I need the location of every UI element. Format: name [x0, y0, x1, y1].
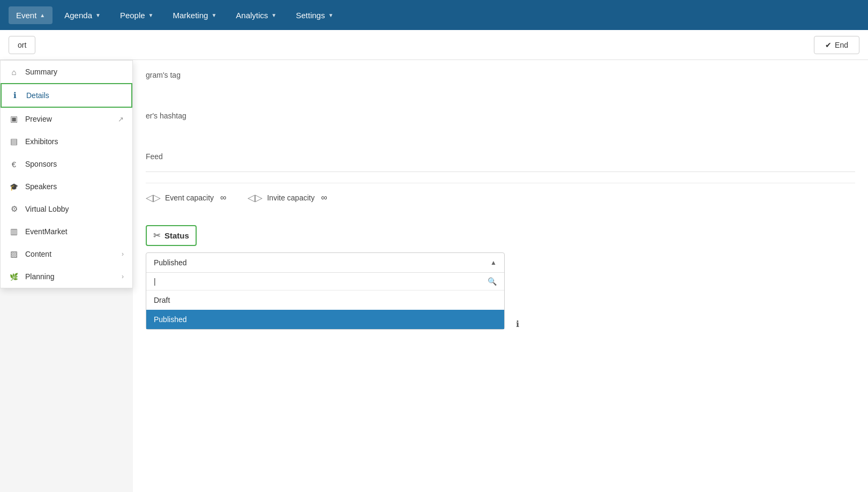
menu-item-eventmarket[interactable]: ▥ EventMarket	[1, 220, 132, 243]
event-capacity-icon: ◁▷	[146, 192, 161, 204]
end-checkmark-icon: ✔	[825, 41, 832, 49]
hashtag-row: er's hashtag	[146, 111, 855, 120]
status-header: ✂ Status	[146, 225, 197, 246]
menu-item-details[interactable]: ℹ Details	[1, 83, 132, 108]
main-area: ⌂ Summary ℹ Details ▣ Preview ↗ ▤ Exhibi…	[0, 60, 868, 492]
chevron-right-icon: ›	[122, 250, 124, 258]
status-option-draft[interactable]: Draft	[146, 290, 504, 310]
feed-row: Feed	[146, 152, 855, 161]
menu-item-planning[interactable]: 🌿 Planning ›	[1, 265, 132, 288]
nav-label-agenda: Agenda	[64, 11, 92, 20]
gear-icon: ⚙	[9, 204, 19, 214]
menu-item-sponsors[interactable]: € Sponsors	[1, 153, 132, 175]
search-icon: 🔍	[488, 277, 497, 286]
menu-item-exhibitors[interactable]: ▤ Exhibitors	[1, 130, 132, 153]
status-search-input[interactable]	[154, 277, 488, 286]
nav-chevron-people: ▼	[148, 12, 154, 18]
nav-label-marketing: Marketing	[173, 11, 208, 20]
nav-item-settings[interactable]: Settings ▼	[288, 6, 341, 24]
instagram-tag-row: gram's tag	[146, 71, 855, 79]
content-area: gram's tag er's hashtag Feed ◁▷ Event ca…	[133, 60, 868, 492]
menu-item-virtual-lobby[interactable]: ⚙ Virtual Lobby	[1, 198, 132, 220]
invite-capacity-infinity: ∞	[321, 193, 327, 203]
nav-item-marketing[interactable]: Marketing ▼	[166, 6, 225, 24]
event-capacity-item: ◁▷ Event capacity ∞	[146, 192, 226, 204]
monitor-icon: ▣	[9, 114, 19, 124]
nav-item-agenda[interactable]: Agenda ▼	[57, 6, 108, 24]
status-section: ✂ Status Published ▲ 🔍 Draft Published	[146, 225, 855, 330]
nav-item-people[interactable]: People ▼	[113, 6, 161, 24]
euro-icon: €	[9, 159, 19, 169]
nav-label-analytics: Analytics	[236, 11, 268, 20]
end-button[interactable]: ✔ End	[814, 36, 859, 54]
content-icon: ▨	[9, 249, 19, 259]
nav-label-event: Event	[16, 11, 36, 20]
nav-item-analytics[interactable]: Analytics ▼	[228, 6, 284, 24]
event-capacity-infinity: ∞	[220, 193, 226, 203]
status-select-container[interactable]: Published ▲ 🔍 Draft Published ℹ	[146, 252, 505, 330]
invite-capacity-item: ◁▷ Invite capacity ∞	[248, 192, 327, 204]
invite-capacity-icon: ◁▷	[248, 192, 263, 204]
menu-item-summary[interactable]: ⌂ Summary	[1, 61, 132, 83]
graduate-icon: 🎓	[9, 182, 19, 191]
nav-chevron-agenda: ▼	[95, 12, 101, 18]
nav-chevron-event: ▲	[40, 12, 45, 18]
second-bar: ort ✔ End	[0, 30, 868, 60]
capacity-row: ◁▷ Event capacity ∞ ◁▷ Invite capacity ∞	[146, 183, 855, 212]
menu-item-preview[interactable]: ▣ Preview ↗	[1, 108, 132, 130]
menu-item-speakers[interactable]: 🎓 Speakers	[1, 175, 132, 198]
status-option-published[interactable]: Published	[146, 310, 504, 329]
info-icon: ℹ	[10, 91, 20, 100]
leaf-icon: 🌿	[9, 272, 19, 281]
export-button[interactable]: ort	[9, 36, 35, 54]
event-dropdown-menu: ⌂ Summary ℹ Details ▣ Preview ↗ ▤ Exhibi…	[0, 60, 133, 288]
select-chevron-up-icon: ▲	[490, 259, 497, 266]
market-icon: ▥	[9, 227, 19, 236]
menu-item-content[interactable]: ▨ Content ›	[1, 243, 132, 265]
nav-chevron-settings: ▼	[328, 12, 333, 18]
nav-chevron-marketing: ▼	[211, 12, 216, 18]
nav-chevron-analytics: ▼	[271, 12, 276, 18]
exhibitors-icon: ▤	[9, 137, 19, 146]
nav-label-settings: Settings	[296, 11, 325, 20]
external-link-icon: ↗	[118, 115, 124, 123]
home-icon: ⌂	[9, 67, 19, 77]
scissors-icon: ✂	[153, 230, 160, 241]
nav-label-people: People	[120, 11, 145, 20]
status-selected-value[interactable]: Published ▲	[146, 253, 504, 273]
status-info-icon: ℹ	[516, 319, 519, 329]
chevron-right-planning-icon: ›	[122, 273, 124, 280]
status-search-row: 🔍	[146, 273, 504, 290]
top-navigation: Event ▲ Agenda ▼ People ▼ Marketing ▼ An…	[0, 0, 868, 30]
nav-item-event[interactable]: Event ▲	[9, 6, 53, 24]
